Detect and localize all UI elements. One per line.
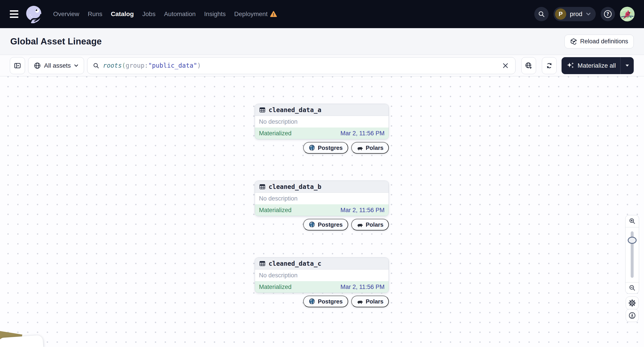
tag-postgres[interactable]: Postgres: [303, 296, 348, 307]
postgres-icon: [308, 298, 315, 305]
nav-item-jobs[interactable]: Jobs: [142, 10, 156, 18]
lineage-canvas[interactable]: cleaned_data_a No description Materializ…: [0, 76, 644, 347]
lineage-toolbar: All assets roots(group:"public_data"): [0, 55, 644, 76]
nav-right-cluster: P prod ?: [534, 7, 634, 21]
postgres-icon: [308, 144, 315, 151]
new-asset-selection-button[interactable]: [521, 57, 536, 74]
panel-toggle-icon: [14, 62, 21, 69]
asset-node-header: cleaned_data_c: [255, 258, 388, 270]
download-graph-button[interactable]: [626, 309, 639, 322]
nav-item-automation[interactable]: Automation: [164, 10, 196, 18]
asset-name: cleaned_data_c: [268, 260, 321, 267]
refresh-button[interactable]: [542, 57, 557, 74]
materialization-timestamp[interactable]: Mar 2, 11:56 PM: [340, 207, 384, 214]
postgres-icon: [308, 221, 315, 228]
deployment-label: Deployment: [234, 10, 268, 18]
asset-node-cleaned-data-b[interactable]: cleaned_data_b No description Materializ…: [255, 181, 389, 216]
asset-status-row: Materialized Mar 2, 11:56 PM: [255, 204, 388, 216]
zoom-in-icon: [628, 218, 636, 225]
polars-icon: [357, 298, 363, 305]
dagster-logo[interactable]: [25, 5, 43, 23]
globe-add-icon: [525, 62, 532, 69]
asset-scope-label: All assets: [44, 62, 71, 69]
download-icon: [628, 312, 636, 319]
zoom-out-button[interactable]: [626, 282, 639, 293]
asset-node-header: cleaned_data_b: [255, 181, 388, 193]
caret-down-icon: [625, 64, 630, 67]
filter-query-text: roots(group:"public_data"): [103, 62, 201, 69]
tag-label: Polars: [366, 221, 384, 228]
page-header: Global Asset Lineage Reload definitions: [0, 28, 644, 55]
nav-item-runs[interactable]: Runs: [88, 10, 102, 18]
tag-label: Postgres: [318, 298, 342, 305]
asset-filter-input[interactable]: roots(group:"public_data"): [87, 57, 516, 74]
clear-filter-button[interactable]: [500, 60, 511, 71]
tag-label: Postgres: [318, 144, 342, 151]
asset-status-row: Materialized Mar 2, 11:56 PM: [255, 127, 388, 139]
nav-item-insights[interactable]: Insights: [204, 10, 226, 18]
toggle-sidebar-button[interactable]: [10, 57, 25, 74]
materialize-all-button[interactable]: Materialize all: [562, 57, 620, 74]
tag-postgres[interactable]: Postgres: [303, 219, 348, 230]
zoom-in-button[interactable]: [626, 215, 639, 227]
help-icon: ?: [604, 10, 612, 18]
asset-scope-dropdown[interactable]: All assets: [28, 57, 84, 74]
refresh-icon: [546, 62, 553, 69]
tag-label: Polars: [366, 144, 384, 151]
clear-icon: [502, 63, 508, 68]
tag-polars[interactable]: Polars: [351, 296, 389, 307]
tag-polars[interactable]: Polars: [351, 219, 389, 230]
nav-item-catalog[interactable]: Catalog: [111, 10, 134, 18]
materialization-timestamp[interactable]: Mar 2, 11:56 PM: [340, 284, 384, 291]
globe-icon: [34, 62, 41, 69]
materialization-timestamp[interactable]: Mar 2, 11:56 PM: [340, 130, 384, 137]
svg-text:?: ?: [606, 11, 609, 17]
help-button[interactable]: ?: [601, 7, 615, 21]
page-title: Global Asset Lineage: [10, 36, 102, 46]
asset-description: No description: [255, 270, 388, 281]
tag-polars[interactable]: Polars: [351, 142, 389, 154]
zoom-controls: [625, 215, 639, 294]
asset-node-cleaned-data-a[interactable]: cleaned_data_a No description Materializ…: [255, 104, 389, 139]
reload-definitions-button[interactable]: Reload definitions: [564, 35, 634, 48]
primary-nav: Overview Runs Catalog Jobs Automation In…: [53, 10, 277, 18]
zoom-slider[interactable]: [626, 227, 639, 282]
asset-node-cleaned-data-c[interactable]: cleaned_data_c No description Materializ…: [255, 258, 389, 293]
graph-settings-button[interactable]: [626, 297, 639, 310]
asset-status-row: Materialized Mar 2, 11:56 PM: [255, 281, 388, 293]
polars-icon: [357, 144, 363, 151]
search-icon: [538, 10, 545, 18]
tag-label: Polars: [366, 298, 384, 305]
nav-item-overview[interactable]: Overview: [53, 10, 79, 18]
menu-icon[interactable]: [10, 9, 20, 18]
box-reload-icon: [570, 38, 577, 45]
sparkles-icon: [567, 62, 574, 69]
search-icon: [93, 62, 100, 69]
asset-tags-row: Postgres Polars: [303, 296, 389, 307]
asset-node-header: cleaned_data_a: [255, 104, 388, 116]
zoom-slider-thumb[interactable]: [628, 237, 637, 244]
top-nav: Overview Runs Catalog Jobs Automation In…: [0, 0, 644, 28]
materialize-options-button[interactable]: [620, 57, 634, 74]
status-badge: Materialized: [259, 207, 292, 214]
environment-name: prod: [570, 10, 582, 18]
environment-initial: P: [555, 8, 566, 20]
status-badge: Materialized: [259, 130, 292, 137]
asset-tags-row: Postgres Polars: [303, 219, 389, 230]
chevron-down-icon: [74, 64, 78, 67]
chevron-down-icon: [586, 12, 591, 16]
asset-description: No description: [255, 193, 388, 204]
status-badge: Materialized: [259, 284, 292, 291]
search-button[interactable]: [534, 7, 548, 21]
gear-icon: [628, 299, 636, 307]
environment-switcher[interactable]: P prod: [554, 7, 596, 21]
materialize-all-label: Materialize all: [578, 62, 616, 69]
zoom-out-icon: [628, 285, 636, 292]
tag-postgres[interactable]: Postgres: [303, 142, 348, 154]
table-icon: [259, 106, 266, 113]
nav-item-deployment[interactable]: Deployment: [234, 10, 277, 18]
warning-icon: [270, 11, 277, 17]
table-icon: [259, 183, 266, 190]
user-avatar[interactable]: [620, 7, 634, 21]
corner-card-artifact: [0, 330, 44, 347]
